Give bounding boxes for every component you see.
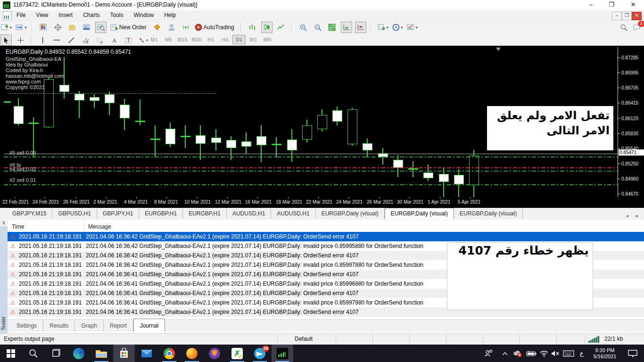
column-separator[interactable] [84, 222, 84, 231]
onedrive-error-icon[interactable] [511, 345, 524, 362]
timeframe-m15[interactable]: M15 [176, 35, 189, 44]
text-button[interactable]: A [109, 34, 120, 46]
tester-side-strip[interactable]: Tester [0, 226, 8, 333]
tester-tab-journal[interactable]: Journal [133, 319, 165, 332]
signals-button[interactable] [180, 22, 191, 33]
navigator-button[interactable] [66, 22, 78, 33]
data-window-button[interactable] [52, 22, 64, 33]
metatrader-taskbar-icon[interactable] [272, 345, 293, 362]
menu-view[interactable]: View [31, 10, 53, 20]
battery-icon[interactable] [524, 345, 538, 362]
chart-tab[interactable]: GBPUSD,H1 [52, 208, 97, 219]
crosshair-button[interactable] [15, 34, 26, 46]
chart-shift-button[interactable] [355, 22, 366, 33]
tester-tab-settings[interactable]: Settings [10, 320, 43, 331]
journal-col-time[interactable]: Time [12, 223, 24, 230]
text-label-button[interactable]: T [123, 34, 134, 46]
tester-tab-results[interactable]: Results [43, 320, 75, 331]
timeframe-mn[interactable]: MN [261, 35, 274, 44]
vertical-line-button[interactable] [37, 34, 48, 46]
chrome-icon[interactable] [158, 345, 180, 362]
telegram-icon[interactable]: 29 [249, 345, 271, 362]
timeframe-m1[interactable]: M1 [148, 35, 161, 44]
zoom-out-button[interactable] [312, 22, 323, 33]
volume-muted-icon[interactable] [549, 345, 562, 362]
fibonacci-button[interactable]: F [94, 34, 106, 46]
tab-scroll-left-icon[interactable]: ◄ [623, 214, 631, 218]
chart-plot[interactable]: EURGBP,Daily 0.84932 0.85542 0.84859 0.8… [4, 47, 618, 197]
trendline-button[interactable] [66, 34, 77, 46]
tester-tab-graph[interactable]: Graph [75, 320, 103, 331]
mdi-close-button[interactable]: ✕ [632, 12, 642, 20]
start-button[interactable] [0, 345, 22, 362]
chart-area[interactable]: EURGBP,Daily 0.84932 0.85542 0.84859 0.8… [0, 46, 644, 208]
tray-clock[interactable]: 9:20 PM 5/16/2021 [588, 345, 621, 362]
timeframe-m30[interactable]: M30 [190, 35, 203, 44]
minimize-button[interactable]: – [583, 0, 599, 10]
people-icon[interactable] [482, 345, 496, 362]
timeframe-d1[interactable]: D1 [232, 35, 246, 44]
autotrading-button[interactable]: AutoTrading [194, 22, 236, 33]
chart-tab[interactable]: EURGBP,Daily (visual) [385, 208, 454, 219]
chart-tab[interactable]: AUDUSD,H1 [227, 208, 271, 219]
chart-tab[interactable]: GBPJPY,H1 [97, 208, 139, 219]
chart-tab[interactable]: EURGBP,Daily (visual) [316, 208, 385, 219]
auto-scroll-button[interactable] [341, 22, 352, 33]
secure-browser-icon[interactable] [204, 345, 225, 362]
timeframe-h4[interactable]: H4 [218, 35, 231, 44]
menu-window[interactable]: Window [129, 10, 159, 20]
candlestick-chart-button[interactable] [261, 22, 272, 33]
zoom-in-button[interactable] [297, 22, 309, 33]
tab-scroll-right-icon[interactable]: ► [633, 214, 641, 218]
file-explorer-icon[interactable] [91, 345, 112, 362]
taskbar-search-icon[interactable] [23, 345, 44, 362]
indicators-button[interactable]: ▾ [406, 22, 418, 33]
close-button[interactable]: ✕ [625, 0, 641, 10]
tester-tab-report[interactable]: Report [104, 320, 133, 331]
touch-keyboard-icon[interactable] [561, 345, 576, 362]
tile-windows-button[interactable] [326, 22, 338, 33]
chart-tab[interactable]: EURGBP,Daily (visual) [454, 208, 523, 219]
cursor-button[interactable] [0, 34, 12, 46]
equidistant-channel-button[interactable]: E [80, 34, 91, 46]
menu-tools[interactable]: Tools [105, 10, 129, 20]
task-view-icon[interactable] [45, 345, 67, 362]
menu-file[interactable]: File [11, 10, 31, 20]
menu-charts[interactable]: Charts [78, 10, 105, 20]
action-center-icon[interactable] [623, 345, 642, 362]
tab-scroll-arrows[interactable]: ◄ ► [623, 211, 641, 219]
new-order-button[interactable]: New Order [110, 22, 149, 33]
chart-profiles-button[interactable]: ▾ [15, 22, 27, 33]
market-watch-button[interactable] [38, 22, 49, 33]
metaeditor-button[interactable] [151, 22, 163, 33]
microsoft-store-icon[interactable] [113, 345, 135, 362]
strategy-tester-button[interactable] [95, 22, 107, 33]
profile-name[interactable]: Default [295, 336, 313, 342]
firefox-icon[interactable] [181, 345, 203, 362]
mail-icon[interactable] [136, 345, 157, 362]
search-icon[interactable] [618, 22, 629, 33]
timeframe-m5[interactable]: M5 [162, 35, 175, 44]
chart-tab[interactable]: EURGBP,H1 [183, 208, 227, 219]
panel-close-icon[interactable]: x [0, 220, 8, 226]
menu-help[interactable]: Help [159, 10, 181, 20]
expert-advisors-button[interactable] [166, 22, 177, 33]
new-chart-grid-button[interactable]: ▾ [377, 22, 389, 33]
chart-window-icon[interactable] [3, 11, 12, 20]
journal-col-message[interactable]: Message [88, 223, 111, 230]
green-x-app-icon[interactable]: ✗ [226, 345, 248, 362]
edge-icon[interactable] [68, 345, 90, 362]
mdi-minimize-button[interactable]: – [612, 12, 622, 20]
tray-chevron-up-icon[interactable] [499, 345, 511, 362]
chart-tab[interactable]: EURGBP,H1 [139, 208, 183, 219]
language-indicator[interactable]: ع [576, 345, 587, 362]
period-button[interactable]: ▾ [392, 22, 403, 33]
new-chart-button[interactable]: ▾ [0, 22, 12, 33]
timeframe-w1[interactable]: W1 [247, 35, 260, 44]
line-chart-button[interactable] [275, 22, 287, 33]
mdi-restore-button[interactable]: ❐ [622, 12, 632, 20]
maximize-button[interactable]: ❐ [603, 0, 619, 10]
chart-tab[interactable]: GBPJPY,M15 [7, 208, 52, 219]
journal-row[interactable]: ⚠2021.05.16 21:19:18.1912021.04.06 16:36… [8, 232, 644, 241]
chart-tab[interactable]: AUDUSD,H1 [271, 208, 315, 219]
